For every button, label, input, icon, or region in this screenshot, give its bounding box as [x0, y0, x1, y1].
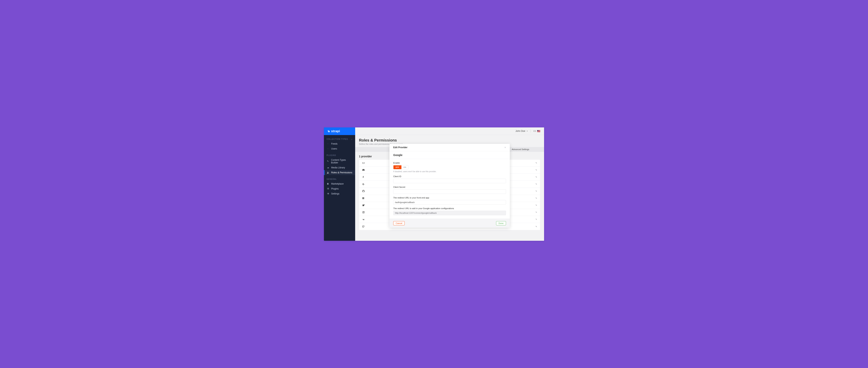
- modal-header: Edit Provider ×: [390, 144, 510, 151]
- client-id-input[interactable]: [393, 179, 506, 183]
- sidebar-item-users[interactable]: ● Users: [324, 146, 355, 151]
- enable-toggle[interactable]: OFF ON: [393, 165, 408, 169]
- svg-rect-9: [363, 197, 364, 198]
- paintbrush-icon: ✎: [327, 160, 329, 163]
- backend-redirect-input: [393, 211, 506, 215]
- sidebar-section-general: GENERAL: [324, 175, 355, 181]
- google-icon: [362, 183, 365, 185]
- close-icon[interactable]: ×: [504, 146, 506, 149]
- sidebar-item-label: Roles & Permissions: [331, 171, 352, 174]
- enable-label: Enable: [393, 162, 506, 164]
- list-icon: [327, 187, 329, 190]
- edit-icon[interactable]: ✎: [535, 169, 537, 171]
- edit-icon[interactable]: ✎: [535, 225, 537, 227]
- sidebar-item-label: Settings: [331, 192, 339, 195]
- sidebar: strapi COLLECTION TYPES ⌕ ● Feeds ● User…: [324, 127, 355, 241]
- form-group-enable: Enable OFF ON If disabled, users won't b…: [393, 162, 506, 173]
- modal-body: Enable OFF ON If disabled, users won't b…: [390, 159, 510, 219]
- sidebar-item-media-library[interactable]: ☁ Media Library: [324, 165, 355, 170]
- client-secret-label: Client Secret: [393, 186, 506, 188]
- us-flag-icon: [537, 130, 540, 132]
- brand-name: strapi: [331, 129, 340, 133]
- users-icon: [327, 171, 329, 174]
- sidebar-section-plugins: PLUGINS: [324, 151, 355, 157]
- sidebar-item-label: Users: [331, 147, 337, 150]
- form-group-frontend-redirect: The redirect URL to your front-end app: [393, 196, 506, 205]
- vk-icon: [362, 218, 365, 221]
- app-window: strapi COLLECTION TYPES ⌕ ● Feeds ● User…: [324, 127, 544, 241]
- search-icon[interactable]: ⌕: [351, 138, 352, 140]
- form-group-client-id: Client ID: [393, 175, 506, 183]
- sidebar-item-settings[interactable]: Settings: [324, 191, 355, 196]
- sidebar-item-roles-permissions[interactable]: Roles & Permissions: [324, 170, 355, 175]
- twitter-icon: [362, 204, 365, 207]
- form-group-client-secret: Client Secret: [393, 186, 506, 194]
- svg-rect-8: [362, 197, 363, 198]
- sidebar-item-label: Marketplace: [331, 182, 344, 185]
- email-icon: [362, 162, 365, 164]
- edit-provider-modal: Edit Provider × Google Enable OFF ON If …: [390, 144, 510, 227]
- sidebar-item-label: Plugins: [331, 187, 339, 190]
- edit-icon[interactable]: ✎: [535, 204, 537, 206]
- backend-redirect-label: The redirect URL to add in your Google a…: [393, 207, 506, 210]
- sidebar-item-label: Content-Types Builder: [331, 159, 352, 164]
- user-dropdown[interactable]: John Doe ▼: [513, 130, 531, 132]
- brand-logo[interactable]: strapi: [324, 127, 355, 135]
- facebook-icon: [362, 176, 364, 178]
- locale-code: EN: [533, 130, 536, 132]
- chevron-down-icon: ▼: [526, 130, 528, 132]
- twitch-icon: [362, 225, 365, 227]
- bullet-icon: ●: [327, 143, 329, 145]
- client-id-label: Client ID: [393, 175, 506, 178]
- done-button[interactable]: Done: [496, 221, 506, 225]
- toggle-off[interactable]: OFF: [394, 165, 401, 169]
- edit-icon[interactable]: ✎: [535, 162, 537, 164]
- svg-rect-11: [363, 198, 364, 199]
- main-content: John Doe ▼ EN Roles & Permissions Define…: [355, 127, 544, 241]
- edit-icon[interactable]: ✎: [535, 183, 537, 185]
- cancel-button[interactable]: Cancel: [393, 221, 405, 225]
- toggle-on[interactable]: ON: [401, 165, 408, 169]
- enable-help: If disabled, users won't be able to use …: [393, 171, 506, 173]
- discord-icon: [362, 169, 365, 171]
- instagram-icon: [362, 211, 365, 214]
- svg-rect-10: [362, 198, 363, 199]
- edit-icon[interactable]: ✎: [535, 190, 537, 192]
- sidebar-item-content-types-builder[interactable]: ✎ Content-Types Builder: [324, 157, 355, 165]
- edit-icon[interactable]: ✎: [535, 176, 537, 178]
- gear-icon: [327, 192, 329, 195]
- edit-icon[interactable]: ✎: [535, 197, 537, 199]
- strapi-icon: [328, 130, 330, 132]
- modal-footer: Cancel Done: [390, 219, 510, 227]
- edit-icon[interactable]: ✎: [535, 211, 537, 213]
- sidebar-item-label: Media Library: [331, 166, 345, 169]
- frontend-redirect-input[interactable]: [393, 200, 506, 205]
- frontend-redirect-label: The redirect URL to your front-end app: [393, 196, 506, 199]
- sidebar-item-marketplace[interactable]: Marketplace: [324, 181, 355, 186]
- svg-point-14: [364, 212, 364, 212]
- svg-point-1: [328, 172, 329, 173]
- sidebar-item-feeds[interactable]: ● Feeds: [324, 141, 355, 146]
- cloud-icon: ☁: [327, 166, 329, 169]
- github-icon: [362, 190, 365, 192]
- page-title: Roles & Permissions: [359, 138, 540, 143]
- edit-icon[interactable]: ✎: [535, 218, 537, 220]
- form-group-backend-redirect: The redirect URL to add in your Google a…: [393, 207, 506, 215]
- client-secret-input[interactable]: [393, 189, 506, 194]
- locale-selector[interactable]: EN: [531, 130, 540, 132]
- modal-title: Edit Provider: [393, 146, 407, 149]
- bag-icon: [327, 182, 329, 185]
- svg-point-0: [328, 172, 328, 173]
- sidebar-section-collection-types: COLLECTION TYPES ⌕: [324, 135, 355, 141]
- sidebar-item-plugins[interactable]: Plugins: [324, 186, 355, 191]
- top-header: John Doe ▼ EN: [355, 127, 544, 135]
- modal-provider-name: Google: [390, 151, 510, 159]
- microsoft-icon: [362, 197, 364, 199]
- bullet-icon: ●: [327, 147, 329, 150]
- user-name: John Doe: [516, 130, 525, 132]
- svg-point-13: [363, 212, 364, 213]
- sidebar-item-label: Feeds: [331, 143, 337, 145]
